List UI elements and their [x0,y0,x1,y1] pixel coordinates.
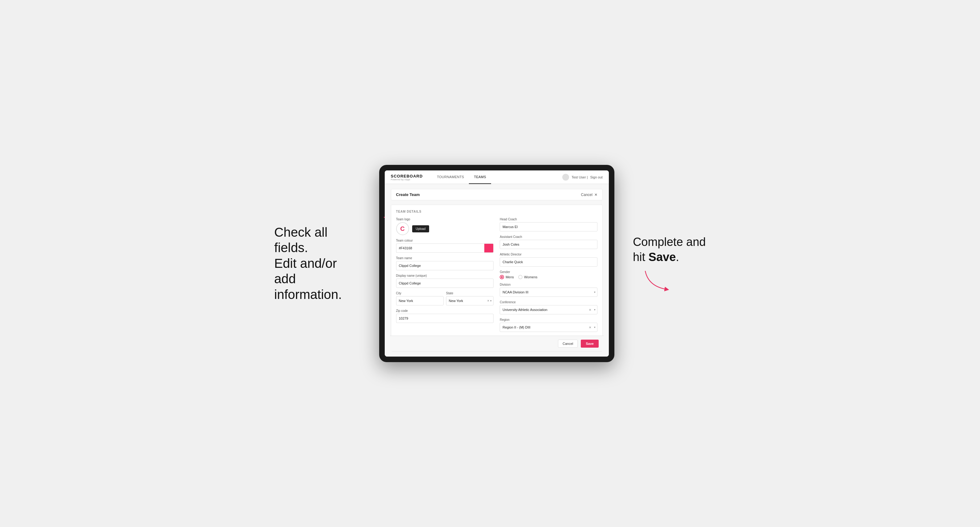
right-column: Head Coach Assistant Coach Athletic Dire… [500,217,597,336]
close-icon: ✕ [594,193,597,197]
state-select-wrapper: New York ✕ ▾ [446,296,493,305]
state-label: State [446,292,493,295]
mens-radio-inner [501,276,503,278]
region-label: Region [500,318,597,321]
annotation-right-line1: Complete and [633,235,706,248]
head-coach-input[interactable] [500,222,597,232]
city-state-field: City State New York [396,292,494,305]
mens-label: Mens [506,275,514,279]
annotation-right: Complete and hit Save. [633,235,706,293]
page-title: Create Team [396,192,420,197]
division-select[interactable]: NCAA Division III [500,287,597,297]
athletic-director-label: Athletic Director [500,253,597,256]
form-panel: TEAM DETAILS Team logo C [391,205,603,352]
region-clear-icon[interactable]: ✕ [589,326,591,329]
team-logo-field: Team logo C Upload [396,217,494,235]
nav-teams[interactable]: TEAMS [469,170,491,184]
womens-label: Womens [524,275,537,279]
division-label: Division [500,283,597,286]
logo-section: C Upload [396,222,494,235]
color-field-row [396,243,494,253]
conference-select-wrapper: University Athletic Association ✕ ▾ [500,305,597,314]
annotation-line3: information. [274,287,342,302]
logo-circle: C [396,222,409,235]
gender-label: Gender [500,270,597,274]
upload-button[interactable]: Upload [412,225,430,232]
cancel-label: Cancel [581,193,592,197]
womens-radio-dot [518,275,522,279]
zip-input[interactable] [396,314,494,323]
head-coach-field: Head Coach [500,217,597,232]
annotation-right-line2: hit Save. [633,251,679,264]
zip-label: Zip code [396,309,494,313]
team-name-field: Team name [396,256,494,270]
team-name-label: Team name [396,256,494,260]
annotation-left: Check all fields. Edit and/or add inform… [274,225,361,302]
region-select-wrapper: Region II - (M) DIII ✕ ▾ [500,323,597,332]
annotation-line2: Edit and/or add [274,256,337,286]
division-field: Division NCAA Division III ▾ [500,283,597,297]
logo-letter: C [400,225,404,232]
color-swatch[interactable] [484,243,493,253]
tablet-screen: SCOREBOARD Powered by clippi TOURNAMENTS… [385,170,609,357]
gender-radio-group: Mens Womens [500,275,597,279]
form-footer: Cancel Save [390,336,604,351]
athletic-director-field: Athletic Director [500,253,597,267]
display-name-input[interactable] [396,279,494,288]
navbar-user: Test User | Sign out [562,174,603,181]
conference-select[interactable]: University Athletic Association [500,305,597,314]
cancel-button[interactable]: Cancel [558,340,578,348]
city-col: City [396,292,444,305]
gender-womens-option[interactable]: Womens [518,275,537,279]
section-label: TEAM DETAILS [396,210,597,213]
assistant-coach-label: Assistant Coach [500,235,597,238]
athletic-director-input[interactable] [500,257,597,267]
tablet-frame: SCOREBOARD Powered by clippi TOURNAMENTS… [379,165,614,362]
team-colour-label: Team colour [396,239,494,242]
city-input[interactable] [396,296,444,305]
brand-sub-text: Powered by clippi [391,178,423,181]
region-select[interactable]: Region II - (M) DIII [500,323,597,332]
team-name-input[interactable] [396,261,494,270]
display-name-label: Display name (unique) [396,274,494,277]
user-label: Test User | [571,175,587,179]
brand-logo: SCOREBOARD Powered by clippi [391,174,423,181]
nav-tournaments[interactable]: TOURNAMENTS [432,170,469,184]
team-colour-input[interactable] [396,243,485,253]
sign-out-link[interactable]: Sign out [590,175,603,179]
conference-label: Conference [500,300,597,304]
gender-mens-option[interactable]: Mens [500,275,514,279]
division-select-wrapper: NCAA Division III ▾ [500,287,597,297]
page-content: Create Team Cancel ✕ TEAM DETAILS [385,184,609,357]
navbar: SCOREBOARD Powered by clippi TOURNAMENTS… [385,170,609,184]
city-state-row: City State New York [396,292,494,305]
brand-main-text: SCOREBOARD [391,174,423,178]
left-column: Team logo C Upload Team colo [396,217,494,336]
arrow-right [642,268,673,292]
team-colour-field: Team colour [396,239,494,253]
form-grid: Team logo C Upload Team colo [396,217,597,336]
zip-field: Zip code [396,309,494,323]
annotation-right-text: Complete and hit Save. [633,235,706,265]
gender-field: Gender Mens [500,270,597,279]
assistant-coach-input[interactable] [500,240,597,249]
state-col: State New York ✕ ▾ [446,292,493,305]
nav-links: TOURNAMENTS TEAMS [432,170,562,184]
head-coach-label: Head Coach [500,217,597,221]
mens-radio-dot [500,275,504,279]
cancel-x-button[interactable]: Cancel ✕ [581,193,597,197]
state-select[interactable]: New York [446,296,493,305]
save-button[interactable]: Save [581,340,599,348]
page-header: Create Team Cancel ✕ [391,189,603,200]
display-name-field: Display name (unique) [396,274,494,288]
city-label: City [396,292,444,295]
team-logo-label: Team logo [396,217,494,221]
region-field: Region Region II - (M) DIII ✕ ▾ [500,318,597,332]
conference-field: Conference University Athletic Associati… [500,300,597,314]
annotation-line1: Check all fields. [274,225,328,255]
conference-clear-icon[interactable]: ✕ [589,308,591,311]
user-avatar [562,174,569,181]
assistant-coach-field: Assistant Coach [500,235,597,249]
